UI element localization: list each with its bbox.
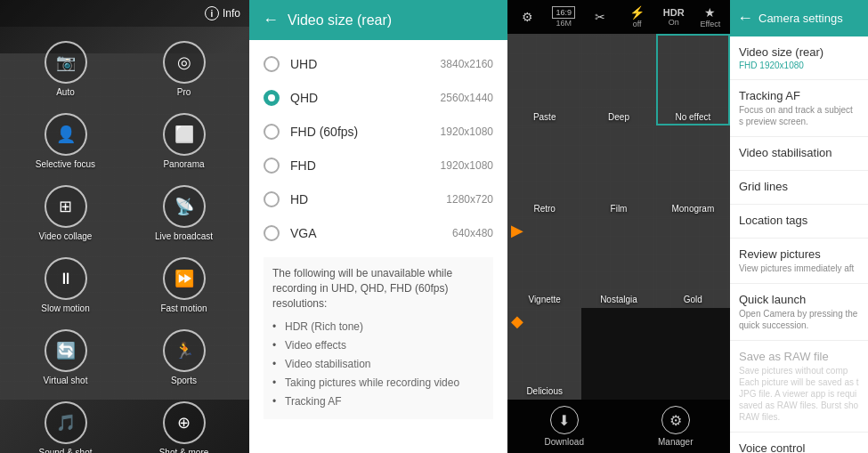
radio-value-vga: 640x480 (452, 227, 493, 239)
radio-value-qhd: 2560x1440 (441, 92, 493, 104)
radio-value-uhd: 3840x2160 (441, 58, 493, 70)
camera-top-bar: i Info (0, 0, 249, 27)
camera-settings-panel: ← Camera settings Video size (rear)FHD 1… (730, 0, 868, 453)
camera-mode-slow-motion[interactable]: ⏸ Slow motion (7, 250, 124, 320)
effect-group[interactable]: ★ Effect (698, 5, 723, 28)
filter-label-nostalgia: Nostalgia (581, 295, 655, 304)
radio-label-fhd: FHD (290, 158, 316, 173)
warning-item-4: Tracking AF (272, 392, 484, 411)
radio-left-fhd60: FHD (60fps) (264, 124, 358, 140)
cam-setting-voice-control[interactable]: Voice controlTake pictures by saying "Sm… (730, 433, 868, 453)
radio-option-uhd[interactable]: UHD 3840x2160 (249, 47, 507, 81)
radio-option-qhd[interactable]: QHD 2560x1440 (249, 81, 507, 115)
scissors-icon[interactable]: ✂ (588, 10, 612, 24)
radio-value-hd: 1280x720 (446, 193, 493, 206)
filter-label-no-effect: No effect (656, 112, 730, 122)
cam-setting-video-stabilisation[interactable]: Video stabilisation (730, 137, 868, 171)
cam-setting-review-pictures[interactable]: Review picturesView pictures immediately… (730, 239, 868, 284)
back-button[interactable]: ← (263, 11, 279, 29)
camera-mode-pro[interactable]: ◎ Pro (126, 34, 242, 104)
radio-option-fhd[interactable]: FHD 1920x1080 (249, 149, 507, 182)
cam-setting-location-tags[interactable]: Location tags (730, 205, 868, 239)
radio-label-vga: VGA (290, 226, 317, 240)
camera-mode-sports[interactable]: 🏃 Sports (126, 322, 242, 392)
effect-label: Effect (701, 20, 721, 28)
hdr-status: On (669, 18, 679, 27)
camera-mode-panorama[interactable]: ⬜ Panorama (126, 106, 242, 176)
cam-setting-video-size[interactable]: Video size (rear)FHD 1920x1080 (730, 36, 868, 80)
radio-circle-qhd (264, 90, 280, 106)
radio-left-fhd: FHD (264, 158, 316, 174)
bottom-btn-manager[interactable]: ⚙ Manager (658, 406, 693, 447)
slow-motion-icon: ⏸ (45, 257, 87, 300)
filter-film[interactable]: Film (581, 125, 655, 217)
cam-setting-name-video-size: Video size (rear) (739, 45, 859, 59)
video-collage-icon: ⊞ (45, 185, 87, 228)
cam-setting-desc-quick-launch: Open Camera by pressing the quick succes… (739, 308, 859, 331)
megapixel-label: 16M (556, 19, 572, 28)
info-label: Info (223, 7, 240, 20)
camera-mode-selective-focus[interactable]: 👤 Selective focus (7, 106, 124, 176)
radio-option-fhd60[interactable]: FHD (60fps) 1920x1080 (249, 115, 507, 149)
camera-mode-auto[interactable]: 📷 Auto (7, 34, 124, 104)
warning-box: The following will be unavailable while … (264, 257, 493, 419)
filter-label-deep: Deep (581, 112, 655, 122)
cam-setting-name-tracking-af: Tracking AF (739, 89, 859, 102)
cam-settings-back-button[interactable]: ← (737, 9, 753, 28)
warning-item-0: HDR (Rich tone) (272, 318, 484, 336)
pro-icon: ◎ (163, 41, 206, 84)
aspect-ratio-icon[interactable]: 16:9 16M (551, 6, 576, 28)
camera-mode-live-broadcast[interactable]: 📡 Live broadcast (126, 178, 242, 248)
radio-value-fhd: 1920x1080 (441, 159, 493, 172)
pro-label: Pro (177, 87, 191, 97)
sports-label: Sports (171, 376, 197, 385)
settings-icon[interactable]: ⚙ (515, 10, 539, 24)
hdr-group[interactable]: HDR On (661, 7, 686, 27)
filter-gold[interactable]: Gold (656, 217, 730, 309)
cam-setting-quick-launch[interactable]: Quick launchOpen Camera by pressing the … (730, 284, 868, 341)
camera-settings-header: ← Camera settings (730, 0, 868, 36)
shot-more-icon: ⊕ (163, 401, 206, 444)
sound-shot-icon: 🎵 (45, 401, 87, 444)
filter-monogram[interactable]: Monogram (656, 125, 730, 217)
filter-retro[interactable]: Retro (507, 125, 581, 217)
filters-bottom-bar: ⬇ Download ⚙ Manager (507, 400, 730, 453)
virtual-shot-label: Virtual shot (44, 376, 88, 385)
selective-focus-label: Selective focus (36, 159, 95, 169)
flash-group[interactable]: ⚡ off (625, 5, 650, 28)
radio-circle-fhd60 (264, 124, 280, 140)
radio-option-hd[interactable]: HD 1280x720 (249, 182, 507, 216)
cam-setting-sub-video-size: FHD 1920x1080 (739, 61, 859, 70)
filter-nostalgia[interactable]: Nostalgia (581, 217, 655, 309)
filters-top-bar: ⚙ 16:9 16M ✂ ⚡ off HDR On ★ Effect (507, 0, 730, 34)
manager-icon: ⚙ (661, 406, 690, 434)
cam-setting-desc-tracking-af: Focus on and track a subject s preview s… (739, 104, 859, 127)
info-button[interactable]: i Info (205, 6, 240, 20)
cam-setting-grid-lines[interactable]: Grid lines (730, 171, 868, 205)
fast-motion-label: Fast motion (160, 303, 207, 313)
filter-label-paste: Paste (507, 112, 581, 122)
cam-setting-save-raw[interactable]: Save as RAW fileSave pictures without co… (730, 341, 868, 433)
settings-title: Video size (rear) (288, 12, 392, 28)
filter-delicious[interactable]: ◆ Delicious (507, 308, 581, 400)
camera-mode-video-collage[interactable]: ⊞ Video collage (7, 178, 124, 248)
filter-paste[interactable]: Paste (507, 34, 581, 125)
cam-setting-tracking-af[interactable]: Tracking AFFocus on and track a subject … (730, 80, 868, 137)
radio-option-vga[interactable]: VGA 640x480 (249, 216, 507, 250)
filter-no-effect[interactable]: No effect (656, 34, 730, 125)
filter-vignette[interactable]: ▶ Vignette (507, 217, 581, 309)
camera-mode-fast-motion[interactable]: ⏩ Fast motion (126, 250, 242, 320)
bottom-btn-download[interactable]: ⬇ Download (545, 406, 584, 447)
camera-mode-shot-more[interactable]: ⊕ Shot & more (126, 394, 242, 453)
camera-mode-virtual-shot[interactable]: 🔄 Virtual shot (7, 322, 124, 392)
camera-mode-sound-shot[interactable]: 🎵 Sound & shot (7, 394, 124, 453)
cam-setting-name-voice-control: Voice control (739, 441, 859, 453)
cam-setting-desc-save-raw: Save pictures without comp Each picture … (739, 365, 859, 423)
virtual-shot-icon: 🔄 (45, 329, 87, 372)
hdr-label: HDR (663, 7, 685, 18)
panorama-label: Panorama (163, 159, 204, 169)
filter-deep[interactable]: Deep (581, 34, 655, 125)
filter-label-film: Film (581, 204, 655, 214)
filters-panel: ⚙ 16:9 16M ✂ ⚡ off HDR On ★ Effect Paste (507, 0, 730, 453)
live-broadcast-label: Live broadcast (155, 231, 213, 241)
